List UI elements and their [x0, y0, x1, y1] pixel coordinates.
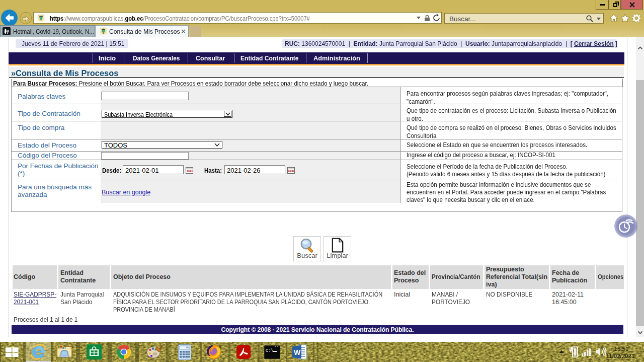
- svg-text:W: W: [294, 348, 301, 356]
- svg-text:C:\: C:\: [266, 348, 273, 353]
